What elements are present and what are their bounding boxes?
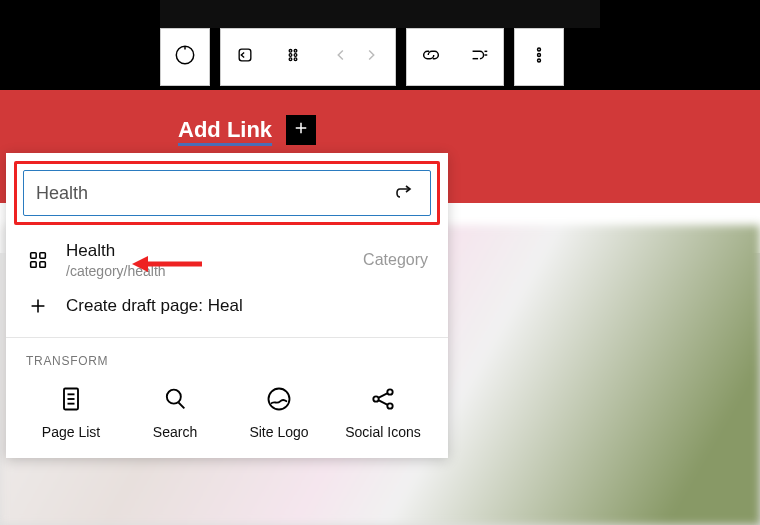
svg-rect-17 bbox=[31, 253, 37, 258]
block-type-button[interactable] bbox=[161, 29, 209, 85]
result-type-label: Category bbox=[363, 251, 428, 269]
transform-social-icons[interactable]: Social Icons bbox=[338, 384, 428, 440]
enter-arrow-icon bbox=[394, 191, 418, 208]
svg-point-32 bbox=[387, 403, 392, 408]
transform-heading: TRANSFORM bbox=[26, 354, 428, 368]
category-grid-icon bbox=[26, 249, 50, 271]
drag-handle-icon bbox=[283, 45, 303, 69]
transform-label-text: Search bbox=[153, 424, 197, 440]
transform-section: TRANSFORM Page List Search Site Logo bbox=[6, 337, 448, 440]
chevron-right-icon bbox=[360, 44, 382, 70]
submit-url-button[interactable] bbox=[394, 181, 418, 205]
svg-line-33 bbox=[378, 393, 387, 398]
svg-point-30 bbox=[373, 396, 378, 401]
block-type-group bbox=[160, 28, 210, 86]
svg-point-7 bbox=[289, 58, 292, 61]
site-logo-icon bbox=[265, 385, 293, 416]
create-draft-page-button[interactable]: Create draft page: Heal bbox=[6, 287, 448, 325]
search-field-wrap bbox=[23, 170, 431, 216]
more-group bbox=[514, 28, 564, 86]
move-right-button bbox=[347, 29, 395, 85]
svg-point-8 bbox=[294, 58, 297, 61]
svg-point-29 bbox=[269, 388, 290, 409]
more-options-button[interactable] bbox=[515, 29, 563, 85]
svg-point-14 bbox=[538, 59, 541, 62]
result-text: Health /category/health bbox=[66, 241, 363, 279]
plus-icon bbox=[26, 295, 50, 317]
submenu-button[interactable] bbox=[455, 29, 503, 85]
transform-grid: Page List Search Site Logo Social Icons bbox=[26, 384, 428, 440]
submenu-icon bbox=[468, 44, 490, 70]
transform-site-logo[interactable]: Site Logo bbox=[234, 384, 324, 440]
svg-line-34 bbox=[378, 400, 387, 405]
transform-label-text: Site Logo bbox=[249, 424, 308, 440]
svg-point-4 bbox=[294, 50, 297, 53]
svg-point-6 bbox=[294, 54, 297, 57]
search-result-item[interactable]: Health /category/health Category bbox=[6, 233, 448, 287]
link-control-popover: Health /category/health Category Create … bbox=[6, 153, 448, 458]
select-parent-icon bbox=[235, 45, 255, 69]
move-group bbox=[220, 28, 396, 86]
link-button[interactable] bbox=[407, 29, 455, 85]
svg-point-3 bbox=[289, 50, 292, 53]
add-link-row: Add Link bbox=[178, 115, 316, 145]
annotation-red-box bbox=[14, 161, 440, 225]
svg-line-28 bbox=[179, 402, 185, 408]
transform-search[interactable]: Search bbox=[130, 384, 220, 440]
svg-point-5 bbox=[289, 54, 292, 57]
svg-point-27 bbox=[167, 389, 181, 403]
link-search-input[interactable] bbox=[36, 183, 394, 204]
svg-rect-20 bbox=[40, 262, 46, 268]
block-toolbar bbox=[160, 28, 564, 86]
share-icon bbox=[369, 385, 397, 416]
svg-point-13 bbox=[538, 54, 541, 57]
transform-label-text: Page List bbox=[42, 424, 100, 440]
search-icon bbox=[161, 385, 189, 416]
add-link-label[interactable]: Add Link bbox=[178, 117, 272, 143]
svg-rect-18 bbox=[40, 253, 46, 258]
svg-point-31 bbox=[387, 389, 392, 394]
transform-label-text: Social Icons bbox=[345, 424, 420, 440]
result-path: /category/health bbox=[66, 263, 363, 279]
link-group bbox=[406, 28, 504, 86]
select-parent-button[interactable] bbox=[221, 29, 269, 85]
page-list-icon bbox=[57, 385, 85, 416]
kebab-icon bbox=[528, 44, 550, 70]
drag-handle[interactable] bbox=[269, 29, 317, 85]
transform-page-list[interactable]: Page List bbox=[26, 384, 116, 440]
svg-rect-19 bbox=[31, 262, 37, 268]
svg-point-12 bbox=[538, 48, 541, 51]
result-title: Health bbox=[66, 241, 363, 261]
block-inserter-button[interactable] bbox=[286, 115, 316, 145]
plus-icon bbox=[292, 119, 310, 141]
compass-icon bbox=[174, 44, 196, 70]
link-icon bbox=[420, 44, 442, 70]
create-draft-label: Create draft page: Heal bbox=[66, 296, 428, 316]
